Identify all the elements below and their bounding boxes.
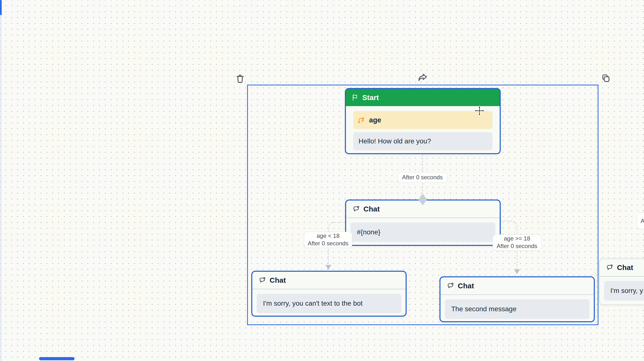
move-cursor-icon <box>474 105 485 116</box>
edge-label-start-to-main[interactable]: After 0 seconds <box>397 172 448 182</box>
vertical-scrollbar-thumb[interactable] <box>0 0 2 15</box>
chat-icon <box>606 264 613 271</box>
chat-icon <box>352 205 360 213</box>
chat-node-header: Chat <box>440 277 594 294</box>
chat-node-right[interactable]: Chat The second message <box>440 276 595 322</box>
chat-message-text: I'm sorry, y <box>610 287 643 295</box>
edge-label-partial-text: A <box>640 217 644 225</box>
variable-row[interactable]: age <box>353 111 492 129</box>
variable-name: age <box>369 116 381 124</box>
chat-node-main[interactable]: Chat #{none} <box>345 200 501 246</box>
chat-message-bubble[interactable]: I'm sorry, you can't text to the bot <box>257 294 401 313</box>
chat-node-left[interactable]: Chat I'm sorry, you can't text to the bo… <box>251 271 406 317</box>
copy-icon[interactable] <box>600 73 611 84</box>
edge-delay-text: After 0 seconds <box>497 242 538 250</box>
split-branch-icon <box>358 116 365 124</box>
chat-node-title: Chat <box>270 276 286 284</box>
edge-condition-text: age >= 18 <box>504 235 530 242</box>
chat-message-text: The second message <box>451 305 516 313</box>
arrowhead-left <box>326 265 331 270</box>
chat-icon <box>447 282 454 289</box>
chat-message-bubble[interactable]: I'm sorry, y <box>604 281 644 300</box>
edge-label-partial[interactable]: A <box>637 213 644 229</box>
chat-node-header: Chat <box>346 200 500 218</box>
chat-message-text: I'm sorry, you can't text to the bot <box>263 299 363 307</box>
edge-condition-text: age < 18 <box>317 232 340 240</box>
chat-message-text: #{none} <box>357 228 380 236</box>
arrowhead-right <box>514 269 520 274</box>
chat-node-header: Chat <box>252 272 406 289</box>
chat-node-partial[interactable]: Chat I'm sorry, y <box>599 259 644 305</box>
edge-label-main-to-left[interactable]: age < 18 After 0 seconds <box>304 232 352 248</box>
chat-node-title: Chat <box>364 205 380 213</box>
chat-node-header: Chat <box>600 259 644 276</box>
edge-delay-text: After 0 seconds <box>308 240 348 247</box>
chat-message-bubble[interactable]: The second message <box>445 299 590 319</box>
vertical-scrollbar-track[interactable] <box>0 0 2 361</box>
chat-node-title: Chat <box>458 282 474 290</box>
chat-icon <box>258 277 266 284</box>
start-node-title: Start <box>362 93 379 102</box>
start-message-bubble[interactable]: Hello! How old are you? <box>353 132 492 150</box>
trash-icon[interactable] <box>234 73 246 84</box>
edge-label-main-to-right[interactable]: age >= 18 After 0 seconds <box>493 234 542 250</box>
horizontal-scrollbar-thumb[interactable] <box>39 357 74 360</box>
share-icon[interactable] <box>417 73 428 84</box>
flow-canvas[interactable]: Start age Hello! How old a <box>0 0 644 361</box>
start-message-text: Hello! How old are you? <box>358 137 431 145</box>
edge-delay-text: After 0 seconds <box>402 174 443 181</box>
flag-icon <box>351 94 358 101</box>
chat-message-bubble[interactable]: #{none} <box>350 222 495 242</box>
start-node[interactable]: Start age Hello! How old a <box>345 88 501 154</box>
chat-node-title: Chat <box>617 263 633 272</box>
start-node-header: Start <box>346 89 500 106</box>
